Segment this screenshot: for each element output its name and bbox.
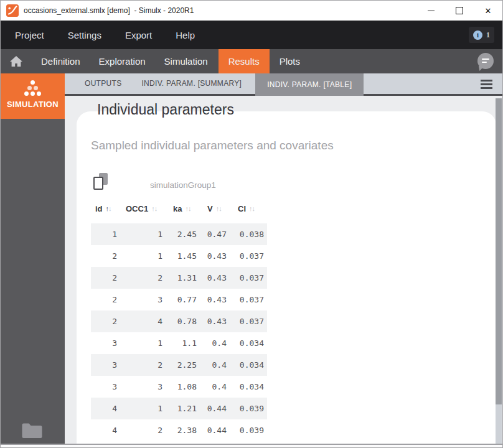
table-row: 422.380.440.039 — [91, 419, 267, 441]
table-cell: 0.43 — [197, 267, 227, 289]
tab-results[interactable]: Results — [219, 49, 270, 73]
sort-icon: ↑↓ — [185, 205, 190, 212]
table-cell: 2 — [117, 354, 162, 376]
individual-parameters-table: id ↑↓ OCC1 ↑↓ ka ↑↓ V ↑↓ — [91, 202, 267, 441]
info-icon: i — [473, 30, 482, 40]
table-cell: 0.034 — [227, 354, 264, 376]
minimize-button[interactable] — [416, 1, 445, 21]
table-cell: 0.038 — [227, 223, 264, 245]
table-cell: 2 — [117, 267, 162, 289]
table-cell: 0.44 — [197, 398, 227, 419]
table-cell: 2.45 — [162, 223, 197, 245]
table-row: 411.210.440.039 — [91, 398, 267, 419]
table-cell: 1 — [91, 223, 117, 245]
table-cell: 4 — [91, 419, 117, 441]
scrollbar-thumb[interactable] — [496, 98, 502, 404]
menu-project[interactable]: Project — [15, 30, 44, 40]
table-row: 221.310.430.037 — [91, 267, 267, 289]
window-controls: ✕ — [416, 1, 502, 21]
table-cell: 0.77 — [162, 289, 197, 310]
column-header-v[interactable]: V ↑↓ — [197, 202, 227, 215]
table-cell: 2 — [91, 245, 117, 267]
table-cell: 0.037 — [227, 267, 264, 289]
tab-exploration[interactable]: Exploration — [99, 49, 146, 73]
table-cell: 0.039 — [227, 419, 264, 441]
table-cell: 1 — [117, 398, 162, 419]
notifications-badge[interactable]: i 1 — [469, 27, 494, 43]
window-bottom-gap — [1, 445, 502, 448]
table-row: 322.250.40.034 — [91, 354, 267, 376]
table-cell: 0.4 — [197, 354, 227, 376]
table-cell: 1.21 — [162, 398, 197, 419]
column-header-id[interactable]: id ↑↓ — [91, 202, 117, 215]
table-header: id ↑↓ OCC1 ↑↓ ka ↑↓ V ↑↓ — [91, 202, 267, 215]
home-tab[interactable] — [10, 56, 22, 67]
table-cell: 0.43 — [197, 310, 227, 332]
tab-definition[interactable]: Definition — [41, 49, 80, 73]
menu-hamburger-icon[interactable] — [481, 80, 492, 89]
table-cell: 1 — [117, 245, 162, 267]
table-cell: 3 — [91, 376, 117, 398]
table-cell: 2 — [91, 289, 117, 310]
window-title: occasions_external.smlx [demo] - Simulx … — [24, 1, 194, 21]
vertical-scrollbar[interactable] — [496, 98, 502, 444]
results-subtab-bar: OUTPUTS INDIV. PARAM. [SUMMARY] INDIV. P… — [65, 73, 502, 96]
copy-table-icon[interactable] — [93, 173, 108, 190]
tab-plots[interactable]: Plots — [280, 49, 300, 73]
subtab-indiv-param-table[interactable]: INDIV. PARAM. [TABLE] — [255, 73, 364, 96]
content-area: Sampled individual parameters and covari… — [65, 96, 502, 447]
sidebar-module-simulation[interactable]: SIMULATION — [1, 73, 65, 119]
sidebar: SIMULATION — [1, 73, 65, 447]
app-logo-icon — [6, 4, 19, 17]
table-cell: 0.034 — [227, 332, 264, 354]
column-header-occ1[interactable]: OCC1 ↑↓ — [117, 202, 162, 215]
tab-simulation[interactable]: Simulation — [164, 49, 208, 73]
simulation-dots-icon — [1, 73, 65, 96]
menu-bar: Project Settings Export Help i 1 — [1, 21, 502, 49]
sidebar-module-label: SIMULATION — [1, 100, 65, 109]
menu-export[interactable]: Export — [125, 30, 152, 40]
subtab-indiv-param-summary[interactable]: INDIV. PARAM. [SUMMARY] — [141, 73, 242, 94]
table-cell: 4 — [91, 398, 117, 419]
page-title: Individual parameters — [97, 101, 234, 118]
notification-count: 1 — [486, 30, 490, 40]
table-row: 112.450.470.038 — [91, 223, 267, 245]
table-cell: 0.43 — [197, 245, 227, 267]
table-row: 230.770.430.037 — [91, 289, 267, 310]
close-button[interactable]: ✕ — [474, 1, 502, 21]
table-cell: 0.43 — [197, 289, 227, 310]
column-header-ka[interactable]: ka ↑↓ — [162, 202, 197, 215]
maximize-button[interactable] — [445, 1, 474, 21]
table-cell: 0.037 — [227, 245, 264, 267]
table-cell: 0.039 — [227, 398, 264, 419]
group-tab-simulationgroup1[interactable]: simulationGroup1 — [150, 180, 216, 190]
menu-help[interactable]: Help — [176, 30, 195, 40]
table-cell: 0.78 — [162, 310, 197, 332]
table-cell: 0.47 — [197, 223, 227, 245]
subtab-outputs[interactable]: OUTPUTS — [85, 73, 121, 94]
table-cell: 2.25 — [162, 354, 197, 376]
column-header-cl[interactable]: Cl ↑↓ — [227, 202, 264, 215]
table-cell: 2 — [91, 310, 117, 332]
results-card: Sampled individual parameters and covari… — [77, 111, 496, 447]
table-body: 112.450.470.038211.450.430.037221.310.43… — [91, 223, 267, 441]
table-cell: 3 — [91, 354, 117, 376]
minimize-icon — [428, 11, 435, 11]
table-cell: 2 — [91, 267, 117, 289]
project-folder-icon[interactable] — [21, 422, 43, 439]
main-tab-bar: Definition Exploration Simulation Result… — [1, 49, 502, 73]
table-cell: 2 — [117, 419, 162, 441]
feedback-chat-icon[interactable] — [477, 53, 494, 69]
table-cell: 1 — [117, 223, 162, 245]
table-cell: 2.38 — [162, 419, 197, 441]
menu-settings[interactable]: Settings — [68, 30, 101, 40]
table-cell: 1.1 — [162, 332, 197, 354]
table-cell: 0.037 — [227, 289, 264, 310]
sort-icon: ↑↓ — [151, 205, 157, 212]
table-cell: 1 — [117, 332, 162, 354]
table-cell: 1.08 — [162, 376, 197, 398]
table-cell: 0.4 — [197, 332, 227, 354]
section-subtitle: Sampled individual parameters and covari… — [91, 139, 334, 152]
table-row: 211.450.430.037 — [91, 245, 267, 267]
close-icon: ✕ — [485, 7, 492, 15]
